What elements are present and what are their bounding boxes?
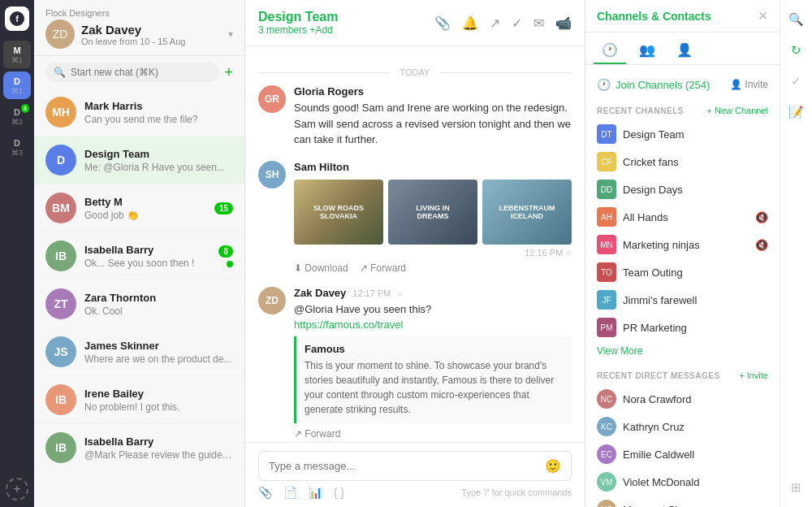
image-iceland[interactable]: LEBENSTRAUMICELAND bbox=[482, 180, 572, 245]
dm-name: Violet McDonald bbox=[623, 476, 699, 488]
channel-item-all-hands[interactable]: AH All Hands 🔇 bbox=[585, 203, 780, 231]
nav-item-messages[interactable]: M ⌘1 bbox=[3, 41, 31, 68]
image-slovakia[interactable]: SLOW ROADSSLOVAKIA bbox=[294, 180, 383, 245]
avatar: D bbox=[45, 145, 76, 176]
channel-icon: JF bbox=[597, 290, 616, 310]
tab-channels[interactable]: 👥 bbox=[631, 37, 663, 64]
nav-item-d2[interactable]: D ⌘2 8 bbox=[3, 102, 31, 130]
tab-contacts[interactable]: 👤 bbox=[668, 37, 701, 64]
chat-item-irene[interactable]: IB Irene Bailey No problem! I got this. bbox=[34, 376, 244, 424]
attachment-toolbar-icon[interactable]: 📎 bbox=[258, 486, 272, 499]
join-channels-button[interactable]: Join Channels (254) bbox=[615, 79, 710, 91]
chart-toolbar-icon[interactable]: 📊 bbox=[309, 486, 322, 499]
dm-name: Emilie Caldwell bbox=[623, 448, 694, 461]
messages-area: TODAY GR Gloria Rogers Sounds good! Sam … bbox=[245, 46, 585, 442]
chat-name: Design Team bbox=[84, 148, 233, 160]
search-icon: 🔍 bbox=[54, 67, 66, 78]
nav-item-d1[interactable]: D ⌘1 bbox=[3, 72, 31, 99]
dm-item-kathryn[interactable]: KC Kathryn Cruz bbox=[585, 413, 780, 440]
msg-header: Sam Hilton bbox=[294, 161, 572, 173]
mute-icon[interactable]: 🔔 bbox=[462, 15, 478, 31]
emoji-button[interactable]: 🙂 bbox=[545, 458, 561, 474]
message-input[interactable] bbox=[269, 460, 538, 472]
search-icon[interactable]: 🔍 bbox=[784, 6, 810, 32]
channel-item-design-team[interactable]: DT Design Team bbox=[585, 120, 780, 148]
user-status: On leave from 10 - 15 Aug bbox=[81, 37, 185, 46]
invite-button[interactable]: 👤 Invite bbox=[730, 79, 768, 90]
image-dreams[interactable]: LIVING INDREAMS bbox=[388, 180, 477, 245]
view-more-channels[interactable]: View More bbox=[585, 341, 780, 361]
user-avatar[interactable]: ZD bbox=[45, 20, 75, 49]
msg-link[interactable]: https://famous.co/travel bbox=[294, 318, 403, 331]
avatar: BM bbox=[45, 193, 76, 223]
user-menu-chevron[interactable]: ▾ bbox=[228, 28, 233, 40]
channel-item-design-days[interactable]: DD Design Days bbox=[585, 176, 780, 203]
checklist-icon[interactable]: ✓ bbox=[784, 68, 810, 94]
chat-info: Betty M Good job 👏 bbox=[84, 196, 206, 221]
far-right-bar: 🔍 ↻ ✓ 📝 ⊞ bbox=[780, 0, 812, 507]
dm-item-emilie[interactable]: EC Emilie Caldwell bbox=[585, 440, 780, 468]
dm-avatar: KC bbox=[597, 417, 616, 436]
app-logo[interactable]: f bbox=[5, 6, 29, 31]
channel-name: Marketing ninjas bbox=[623, 239, 749, 251]
add-workspace-button[interactable]: + bbox=[6, 478, 28, 500]
section-title: RECENT DIRECT MESSAGES bbox=[597, 371, 720, 380]
add-members-link[interactable]: +Add bbox=[309, 24, 332, 36]
channel-item-jimmis-farewell[interactable]: JF Jimmi's farewell bbox=[585, 286, 780, 314]
download-button[interactable]: ⬇ Download bbox=[294, 262, 348, 274]
dm-avatar: EC bbox=[597, 444, 616, 464]
chat-item-mark[interactable]: MH Mark Harris Can you send me the file? bbox=[34, 89, 244, 136]
refresh-icon[interactable]: ↻ bbox=[784, 37, 810, 63]
dm-item-violet[interactable]: VM Violet McDonald bbox=[585, 468, 780, 496]
grid-icon[interactable]: ⊞ bbox=[784, 474, 810, 500]
msg-read-indicator: ○ bbox=[566, 248, 572, 258]
notes-icon[interactable]: 📝 bbox=[784, 99, 810, 125]
chat-main: Design Team 3 members +Add 📎 🔔 ↗ ✓ ✉ 📹 T… bbox=[245, 0, 585, 507]
chat-item-isabella2[interactable]: IB Isabella Barry @Mark Please review th… bbox=[34, 424, 244, 472]
attachment-icon[interactable]: 📎 bbox=[434, 15, 451, 31]
chat-item-james[interactable]: JS James Skinner Where are we on the pro… bbox=[34, 328, 244, 376]
channel-name: All Hands bbox=[623, 211, 749, 223]
forward-button[interactable]: ↗ Forward bbox=[294, 428, 340, 440]
chat-item-zara[interactable]: ZT Zara Thornton Ok. Cool bbox=[34, 280, 244, 328]
new-channel-button[interactable]: + New Channel bbox=[706, 106, 768, 115]
msg-text: @Gloria Have you seen this? bbox=[294, 301, 572, 318]
check-icon[interactable]: ✓ bbox=[512, 15, 522, 31]
file-toolbar-icon[interactable]: 📄 bbox=[283, 486, 297, 499]
new-chat-button[interactable]: + bbox=[224, 64, 233, 81]
dm-name: Kathryn Cruz bbox=[623, 421, 685, 433]
close-panel-button[interactable]: ✕ bbox=[758, 8, 768, 24]
channel-item-marketing-ninjas[interactable]: MN Marketing ninjas 🔇 bbox=[585, 231, 780, 258]
channel-item-cricket-fans[interactable]: CF Cricket fans bbox=[585, 148, 780, 176]
search-input[interactable] bbox=[71, 67, 211, 78]
avatar: JS bbox=[45, 336, 76, 367]
forward-button[interactable]: ↗ Forward bbox=[360, 262, 406, 274]
dm-item-nora[interactable]: NC Nora Crawford bbox=[585, 385, 780, 413]
channel-item-team-outing[interactable]: TO Team Outing bbox=[585, 258, 780, 286]
chat-item-betty[interactable]: BM Betty M Good job 👏 15 bbox=[34, 184, 244, 232]
tab-recent[interactable]: 🕐 bbox=[594, 37, 626, 64]
chat-item-isabella1[interactable]: IB Isabella Barry Ok... See you soon the… bbox=[34, 232, 244, 280]
channel-item-pr-marketing[interactable]: PM PR Marketing bbox=[585, 314, 780, 341]
right-panel-tabs: 🕐 👥 👤 bbox=[585, 32, 780, 65]
toolbar-left: 📎 📄 📊 { } bbox=[258, 486, 344, 499]
dm-item-margaret[interactable]: MS Margaret Simpson bbox=[585, 496, 780, 507]
forward-icon[interactable]: ↗ bbox=[490, 15, 500, 31]
msg-actions: ↗ Forward bbox=[294, 428, 572, 440]
chat-item-design-team[interactable]: D Design Team Me: @Gloria R Have you see… bbox=[34, 136, 244, 184]
msg-images: SLOW ROADSSLOVAKIA LIVING INDREAMS LEBEN… bbox=[294, 180, 572, 245]
chat-info: Isabella Barry @Mark Please review the g… bbox=[84, 436, 233, 461]
right-panel-content: 🕐 Join Channels (254) 👤 Invite RECENT CH… bbox=[585, 65, 780, 507]
code-toolbar-icon[interactable]: { } bbox=[334, 486, 344, 499]
email-icon[interactable]: ✉ bbox=[533, 15, 544, 31]
chat-subtitle: 3 members +Add bbox=[258, 24, 338, 36]
chat-preview: @Mark Please review the guidelines bbox=[84, 449, 233, 461]
nav-item-d3[interactable]: D ⌘3 bbox=[3, 133, 31, 161]
chat-name: Zara Thornton bbox=[84, 292, 233, 304]
chat-info: Irene Bailey No problem! I got this. bbox=[84, 388, 233, 413]
video-icon[interactable]: 📹 bbox=[555, 15, 572, 31]
channel-icon: DT bbox=[597, 124, 616, 144]
msg-avatar: GR bbox=[258, 85, 286, 113]
dm-avatar: NC bbox=[597, 389, 616, 409]
invite-dm-button[interactable]: + Invite bbox=[739, 370, 768, 380]
